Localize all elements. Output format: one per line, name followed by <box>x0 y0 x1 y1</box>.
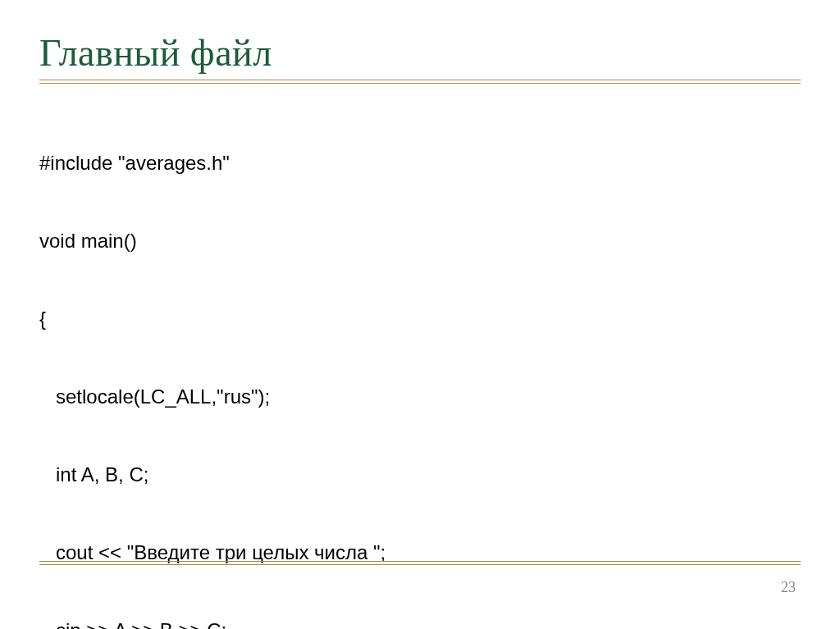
code-line: void main() <box>39 228 801 254</box>
bottom-rule <box>39 561 801 565</box>
code-block: #include "averages.h" void main() { setl… <box>39 98 801 629</box>
code-line: setlocale(LC_ALL,"rus"); <box>39 384 801 410</box>
title-underline <box>39 80 801 84</box>
code-line: #include "averages.h" <box>39 150 801 176</box>
code-line: cin >> A >> B >> C; <box>39 618 801 629</box>
slide-title: Главный файл <box>39 31 801 75</box>
slide-container: Главный файл #include "averages.h" void … <box>0 0 840 629</box>
code-line: { <box>39 306 801 332</box>
page-number: 23 <box>781 579 796 596</box>
code-line: int A, B, C; <box>39 462 801 488</box>
